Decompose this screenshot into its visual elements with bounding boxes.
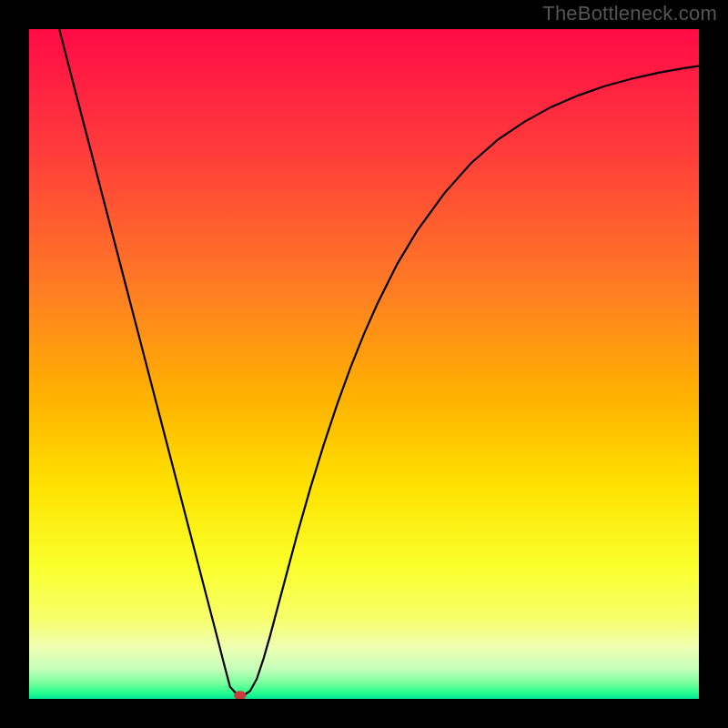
gradient-background — [29, 29, 699, 699]
chart-frame: { "watermark": "TheBottleneck.com", "cha… — [0, 0, 728, 728]
watermark-text: TheBottleneck.com — [542, 2, 717, 25]
bottleneck-chart — [0, 0, 728, 728]
optimum-marker — [234, 691, 246, 700]
